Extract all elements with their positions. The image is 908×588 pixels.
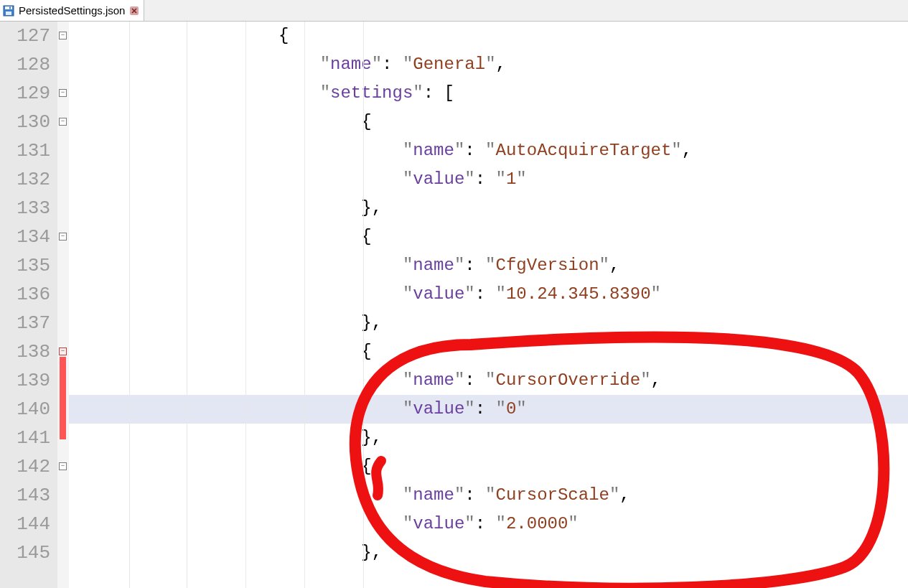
line-number: 127 [0, 22, 50, 50]
code-line[interactable]: { [69, 108, 908, 136]
line-number: 130 [0, 108, 50, 136]
code-line[interactable]: "value": "1" [69, 165, 908, 194]
code-line[interactable]: "value": "2.0000" [69, 510, 908, 538]
code-line[interactable]: "name": "CursorScale", [69, 481, 908, 510]
line-number: 137 [0, 309, 50, 337]
save-disk-icon [3, 5, 14, 17]
code-line[interactable]: }, [69, 424, 908, 452]
line-number: 133 [0, 194, 50, 223]
code-line[interactable]: { [69, 22, 908, 50]
line-number: 138 [0, 337, 50, 366]
code-line[interactable]: { [69, 452, 908, 481]
fold-toggle-icon[interactable] [59, 233, 67, 241]
line-number: 135 [0, 251, 50, 280]
line-number: 131 [0, 136, 50, 165]
code-line[interactable]: "settings": [ [69, 79, 908, 108]
fold-toggle-icon[interactable] [59, 32, 67, 39]
line-number: 143 [0, 481, 50, 510]
code-line[interactable]: { [69, 223, 908, 251]
line-number: 145 [0, 538, 50, 567]
fold-toggle-icon[interactable] [59, 89, 67, 97]
fold-column [57, 22, 69, 588]
line-number: 144 [0, 510, 50, 538]
code-line[interactable]: "name": "CursorOverride", [69, 366, 908, 395]
code-line-current[interactable]: "value": "0" [69, 395, 908, 424]
code-line[interactable]: }, [69, 538, 908, 567]
tab-bar: PersistedSettings.json [0, 0, 908, 22]
change-marker [60, 357, 66, 439]
code-line[interactable]: "name": "CfgVersion", [69, 251, 908, 280]
line-number: 140 [0, 395, 50, 424]
code-line[interactable]: "value": "10.24.345.8390" [69, 280, 908, 309]
code-line[interactable]: "name": "AutoAcquireTarget", [69, 136, 908, 165]
line-number: 129 [0, 79, 50, 108]
line-number: 132 [0, 165, 50, 194]
svg-rect-3 [9, 6, 11, 9]
code-line[interactable]: }, [69, 194, 908, 223]
fold-toggle-icon[interactable] [59, 347, 67, 355]
fold-toggle-icon[interactable] [59, 462, 67, 470]
line-number: 128 [0, 50, 50, 79]
svg-rect-1 [5, 6, 12, 9]
svg-rect-2 [6, 11, 11, 15]
line-number: 142 [0, 452, 50, 481]
code-area[interactable]: { "name": "General", "settings": [ { "na… [69, 22, 908, 588]
line-number: 136 [0, 280, 50, 309]
line-number: 134 [0, 223, 50, 251]
code-line[interactable]: }, [69, 309, 908, 337]
line-number: 141 [0, 424, 50, 452]
line-number: 139 [0, 366, 50, 395]
line-number-gutter: 127 128 129 130 131 132 133 134 135 136 … [0, 22, 57, 588]
code-line[interactable]: { [69, 337, 908, 366]
fold-toggle-icon[interactable] [59, 118, 67, 126]
code-line[interactable]: "name": "General", [69, 50, 908, 79]
close-icon[interactable] [129, 6, 139, 16]
code-editor[interactable]: 127 128 129 130 131 132 133 134 135 136 … [0, 22, 908, 588]
file-tab[interactable]: PersistedSettings.json [0, 0, 144, 21]
tab-filename: PersistedSettings.json [19, 4, 125, 17]
